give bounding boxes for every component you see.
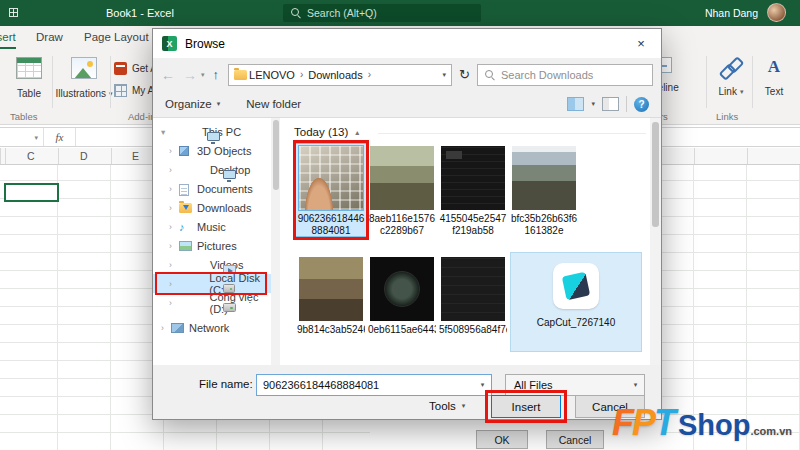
file-item-selected[interactable]: 9062366184468884081	[296, 144, 366, 236]
file-name: 8aeb116e1576c2289b67	[368, 213, 436, 236]
capcut-icon[interactable]	[553, 263, 599, 309]
file-thumbnail-dark-screenshot[interactable]	[441, 146, 505, 210]
illustrations-button[interactable]: Illustrations▾	[56, 57, 112, 99]
chevron-down-icon: ▾	[740, 88, 744, 96]
group-header-today[interactable]: Today (13) ▴	[294, 126, 359, 138]
expander-icon[interactable]: ›	[169, 165, 172, 175]
sidebar-item-cong-viec-d[interactable]: › Công việc (D:)	[153, 293, 271, 312]
excel-window: Book1 - Excel Search (Alt+Q) Nhan Dang I…	[0, 0, 800, 450]
file-thumbnail-game-screenshot[interactable]	[299, 257, 363, 321]
folder-icon	[234, 70, 247, 80]
titlebar-search[interactable]: Search (Alt+Q)	[283, 4, 481, 22]
file-thumbnail-dark-screenshot[interactable]	[441, 257, 505, 321]
tab-page-layout[interactable]: Page Layout	[84, 31, 149, 43]
file-item[interactable]: 5f508956a84f7e	[438, 255, 508, 336]
breadcrumb-separator-icon: ›	[300, 69, 303, 80]
text-button[interactable]: A Text	[756, 57, 792, 97]
file-item[interactable]: 8aeb116e1576c2289b67	[367, 144, 437, 236]
tools-button[interactable]: Tools ▾	[429, 400, 465, 412]
breadcrumb-lenovo[interactable]: LENOVO	[249, 69, 295, 81]
sidebar-item-music[interactable]: › ♪ Music	[153, 217, 271, 236]
file-name: 4155045e2547f219ab58	[439, 213, 507, 236]
sidebar-item-downloads[interactable]: › Downloads	[153, 198, 271, 217]
scrollbar-thumb[interactable]	[652, 122, 659, 227]
sidebar-item-pictures[interactable]: › Pictures	[153, 236, 271, 255]
ribbon-separator	[52, 56, 53, 108]
insert-button[interactable]: Insert	[491, 395, 561, 418]
chevron-down-icon[interactable]: ▾	[591, 100, 595, 108]
sidebar-scrollbar[interactable]	[271, 118, 280, 365]
table-button[interactable]: Table	[8, 57, 50, 99]
quick-access-grid-icon[interactable]	[9, 8, 18, 17]
file-item-capcut[interactable]: CapCut_7267140	[510, 252, 642, 352]
background-cancel-button[interactable]: Cancel	[546, 430, 604, 449]
file-item[interactable]: 9b814c3ab5246	[296, 255, 366, 336]
expander-icon[interactable]: ›	[169, 184, 172, 194]
ok-button[interactable]: OK	[476, 430, 528, 449]
file-thumbnail-game-screenshot[interactable]	[512, 146, 576, 210]
help-icon[interactable]: ?	[634, 97, 649, 112]
file-item[interactable]: bfc35b26b63f6161382e	[509, 144, 579, 236]
refresh-icon[interactable]: ↻	[459, 67, 470, 82]
store-icon	[114, 62, 127, 75]
sidebar-label: Music	[197, 221, 226, 233]
address-dropdown-icon[interactable]: ▾	[443, 71, 447, 79]
change-view-icon[interactable]	[567, 97, 584, 111]
recent-locations-chevron-icon[interactable]: ▾	[201, 71, 205, 79]
file-item[interactable]: 0eb6115ae64431	[367, 255, 437, 336]
group-collapse-icon[interactable]: ▴	[355, 128, 359, 137]
column-header-d[interactable]: D	[80, 150, 88, 162]
sidebar-item-documents[interactable]: › Documents	[153, 179, 271, 198]
tab-insert[interactable]: Insert	[0, 31, 16, 49]
expander-icon[interactable]: ›	[169, 203, 172, 213]
sidebar-label: 3D Objects	[197, 145, 251, 157]
forward-icon[interactable]: →	[183, 67, 197, 83]
organize-button[interactable]: Organize ▾	[165, 98, 220, 110]
breadcrumb-downloads[interactable]: Downloads	[308, 69, 362, 81]
file-name-value: 9062366184468884081	[263, 379, 379, 391]
close-icon[interactable]: ×	[621, 29, 661, 58]
expander-icon[interactable]: ›	[169, 241, 172, 251]
column-header-e[interactable]: E	[132, 150, 139, 162]
explorer-search-input[interactable]: Search Downloads	[477, 64, 653, 86]
link-button[interactable]: Link▾	[712, 57, 750, 97]
file-thumbnail-game-screenshot[interactable]	[370, 146, 434, 210]
expander-icon[interactable]: ›	[169, 222, 172, 232]
user-name[interactable]: Nhan Dang	[705, 7, 758, 19]
file-list-scrollbar[interactable]	[650, 118, 661, 365]
expander-icon[interactable]: ›	[161, 323, 164, 333]
back-icon[interactable]: ←	[161, 67, 175, 83]
sidebar-item-3d-objects[interactable]: › 3D Objects	[153, 141, 271, 160]
sidebar-item-network[interactable]: › Network	[153, 318, 271, 337]
dialog-titlebar[interactable]: X Browse ×	[153, 29, 661, 58]
expander-icon[interactable]: ›	[169, 279, 172, 289]
sidebar-item-this-pc[interactable]: ▾ This PC	[153, 122, 271, 141]
chevron-down-icon: ▾	[462, 402, 466, 410]
file-thumbnail-keyboard-photo[interactable]	[299, 146, 363, 210]
name-box[interactable]: ▾	[0, 128, 44, 146]
expander-icon[interactable]: ›	[169, 260, 172, 270]
up-icon[interactable]: ↑	[213, 67, 220, 82]
new-folder-button[interactable]: New folder	[246, 98, 301, 110]
user-avatar[interactable]	[767, 3, 786, 22]
tab-draw[interactable]: Draw	[36, 31, 63, 43]
link-label: Link	[719, 86, 737, 97]
address-bar[interactable]: LENOVO › Downloads › ▾	[228, 64, 452, 86]
file-type-select[interactable]: All Files ▾	[505, 374, 645, 396]
expander-icon[interactable]: ▾	[161, 127, 165, 137]
file-name-input[interactable]: 9062366184468884081 ▾	[256, 374, 492, 396]
scrollbar-thumb[interactable]	[273, 120, 279, 190]
file-item[interactable]: 4155045e2547f219ab58	[438, 144, 508, 236]
sidebar-item-desktop[interactable]: › Desktop	[153, 160, 271, 179]
column-header-c[interactable]: C	[27, 150, 35, 162]
file-name: bfc35b26b63f6161382e	[510, 213, 578, 236]
chevron-down-icon[interactable]: ▾	[627, 375, 644, 395]
active-cell[interactable]	[4, 183, 59, 202]
preview-pane-icon[interactable]	[602, 97, 619, 111]
file-thumbnail-scope-screenshot[interactable]	[370, 257, 434, 321]
expander-icon[interactable]: ›	[169, 298, 172, 308]
expander-icon[interactable]: ›	[169, 146, 172, 156]
3d-objects-icon	[179, 146, 189, 156]
chevron-down-icon[interactable]: ▾	[474, 375, 491, 395]
insert-function-button[interactable]: fx	[44, 128, 76, 146]
